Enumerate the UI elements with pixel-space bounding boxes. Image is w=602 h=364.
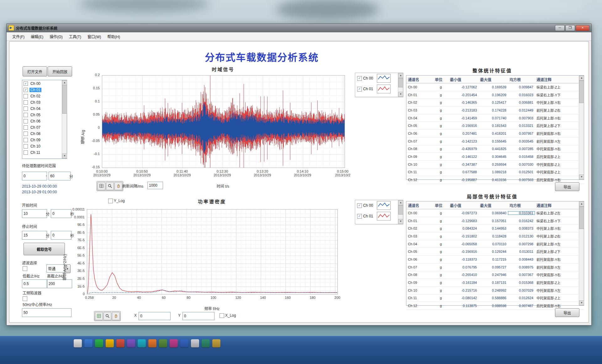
table-scrollbar[interactable]: ▲▼: [579, 201, 584, 305]
table-cell[interactable]: 0.196209: [478, 93, 508, 97]
table-cell[interactable]: 中托架底部-Z上: [535, 295, 584, 300]
table-cell[interactable]: -0.118373: [448, 257, 478, 261]
table-cell[interactable]: 0.003545: [508, 139, 535, 143]
menu-item-3[interactable]: 操作(O): [46, 33, 66, 40]
table-cell[interactable]: g: [433, 147, 448, 151]
taskbar-icon-app-5[interactable]: [116, 339, 124, 347]
table-row[interactable]: Ch 08g-0.4359790.4418250.007285中托架底部-Y右: [406, 145, 584, 153]
table-cell[interactable]: 0.007029: [508, 289, 535, 292]
pan-hand-tool-icon[interactable]: [112, 312, 120, 320]
table-cell[interactable]: 0.071740: [478, 116, 508, 120]
table-cell[interactable]: 0.157051: [478, 219, 508, 223]
table-cell[interactable]: 0.007503: [508, 178, 535, 182]
table-row[interactable]: Ch 05g-0.1569160.1292440.013011后托架上部-Z下: [406, 248, 584, 256]
table-cell[interactable]: Ch 00: [406, 211, 433, 215]
table-row[interactable]: Ch 09g-0.1611840.1871310.015368前托架底部-Z上: [406, 279, 584, 287]
table-cell[interactable]: g: [433, 132, 448, 135]
table-row[interactable]: Ch 10g-0.3473870.2595940.007030中托架底部-Z上: [406, 161, 584, 169]
table-cell[interactable]: 0.015368: [508, 281, 535, 284]
table-row[interactable]: Ch 07g-0.1421230.1556450.003545前托架底部-Y左: [406, 138, 584, 145]
table-cell[interactable]: 后托架上部-Y右: [535, 116, 584, 121]
table-cell[interactable]: 0.012130: [508, 234, 535, 238]
taskbar-icon-app-9[interactable]: [159, 339, 167, 347]
channel-list-item[interactable]: Ch 09: [22, 137, 62, 143]
table-row[interactable]: Ch 04g-0.1414590.0717400.007903后托架上部-Y右: [406, 114, 584, 122]
channel-checkbox[interactable]: [24, 138, 28, 142]
table-cell[interactable]: 0.418201: [478, 132, 508, 135]
taskbar-icon-app-2[interactable]: [84, 339, 92, 347]
table-cell[interactable]: g: [433, 101, 448, 104]
table-cell[interactable]: 前托架底部-Z上: [535, 280, 584, 285]
table-cell[interactable]: Ch 00: [406, 85, 433, 89]
table-row[interactable]: Ch 08g-0.2654100.2479460.007367中托架底部-Y右: [406, 271, 584, 279]
column-header[interactable]: 最大值: [478, 203, 508, 208]
menu-item-4[interactable]: 工具(T): [66, 33, 84, 40]
table-cell[interactable]: -0.195887: [448, 178, 478, 182]
menu-item-1[interactable]: 文件(F): [9, 33, 28, 40]
table-cell[interactable]: 0.181543: [478, 124, 508, 127]
table-cell[interactable]: 0.016023: [508, 93, 535, 97]
local-export-button[interactable]: 导出: [555, 308, 579, 317]
table-cell[interactable]: -0.161184: [448, 281, 478, 284]
table-row[interactable]: Ch 02g0.0843240.1449530.008373中托架上部-Y右: [406, 225, 584, 232]
table-cell[interactable]: g: [433, 211, 448, 215]
column-header[interactable]: 最小值: [448, 203, 478, 208]
table-row[interactable]: Ch 04g-0.0650580.0701100.007298前托架上部-Y左: [406, 240, 584, 248]
scroll-down-icon[interactable]: ▼: [398, 92, 403, 97]
table-cell[interactable]: 0.012624: [508, 296, 535, 300]
table-cell[interactable]: -0.347387: [448, 163, 478, 166]
legend-waveform-icon[interactable]: [377, 74, 391, 83]
table-row[interactable]: Ch 01g-0.1296830.1570510.016242纵梁右上部-Y下: [406, 217, 584, 225]
table-cell[interactable]: Ch 02: [406, 226, 433, 230]
channel-checkbox[interactable]: [24, 107, 28, 111]
channel-list-scrollbar[interactable]: ▲ ▼: [62, 80, 67, 159]
scroll-up-icon[interactable]: ▲: [579, 75, 584, 81]
table-cell[interactable]: Ch 12: [406, 304, 433, 308]
table-cell[interactable]: g: [433, 281, 448, 284]
table-cell[interactable]: 0.169539: [478, 85, 508, 89]
table-cell[interactable]: 前托架底部-Y右: [535, 257, 584, 262]
taskbar-icon-app-11[interactable]: [180, 339, 188, 347]
table-cell[interactable]: Ch 06: [406, 257, 433, 261]
window-titlebar[interactable]: 分布式车载数据分析系统 ─ ❐ ×: [7, 24, 591, 32]
table-cell[interactable]: g: [433, 163, 448, 166]
table-cell[interactable]: 0.304645: [478, 155, 508, 159]
table-cell[interactable]: Ch 05: [406, 250, 433, 253]
table-cell[interactable]: -0.435979: [448, 147, 478, 151]
scroll-down-icon[interactable]: ▼: [398, 219, 403, 224]
table-cell[interactable]: 0.247946: [478, 273, 508, 277]
table-cell[interactable]: g: [433, 250, 448, 253]
cursor-grid-tool-icon[interactable]: [95, 312, 103, 320]
table-cell[interactable]: Ch 04: [406, 242, 433, 246]
channel-list-item[interactable]: ✓Ch 01: [22, 87, 62, 93]
channel-list-item[interactable]: Ch 05: [22, 112, 62, 118]
channel-checkbox[interactable]: [24, 100, 28, 105]
table-cell[interactable]: 0.007367: [508, 273, 535, 277]
table-cell[interactable]: g: [433, 170, 448, 174]
table-cell[interactable]: -0.127062: [448, 85, 478, 89]
taskbar-icon-app-4[interactable]: [106, 339, 114, 347]
table-cell[interactable]: 前托架上部-Z右: [535, 108, 584, 113]
table-cell[interactable]: 0.013011: [508, 250, 535, 253]
table-cell[interactable]: 0.016242: [508, 219, 535, 223]
table-cell[interactable]: 0.007903: [508, 116, 535, 120]
table-cell[interactable]: 1.089218: [478, 170, 508, 174]
taskbar-icon-app-6[interactable]: [127, 339, 135, 347]
taskbar-icon-app-1[interactable]: [74, 339, 82, 347]
open-file-button[interactable]: 打开文件: [23, 66, 47, 76]
table-cell[interactable]: -0.201454: [448, 93, 478, 97]
table-cell[interactable]: Ch 01: [406, 93, 433, 97]
zoom-tool-icon[interactable]: [106, 182, 114, 190]
table-cell[interactable]: 中托架上部-Y右: [535, 226, 584, 231]
table-row[interactable]: Ch 02g-0.1463650.1254170.006881中托架上部-Y右: [406, 99, 584, 107]
table-cell[interactable]: 中托架上部-Z右: [535, 234, 584, 239]
table-cell[interactable]: g: [433, 234, 448, 238]
table-cell[interactable]: Ch 10: [406, 163, 433, 166]
table-cell[interactable]: -0.156916: [448, 250, 478, 253]
table-row[interactable]: Ch 06g0.2074810.4182010.007957前托架底部-Y右: [406, 130, 584, 138]
table-cell[interactable]: 0.007285: [508, 147, 535, 151]
table-cell[interactable]: 0.012449: [508, 108, 535, 112]
table-cell[interactable]: 0.007957: [508, 132, 535, 135]
legend-checkbox[interactable]: ✓: [357, 76, 362, 81]
menu-item-6[interactable]: 帮助(H): [104, 33, 123, 40]
